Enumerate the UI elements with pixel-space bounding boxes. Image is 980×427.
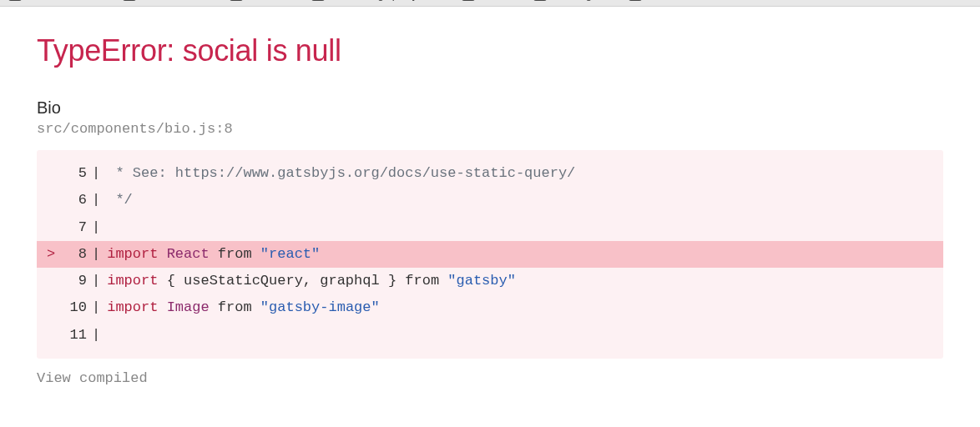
line-caret xyxy=(47,322,60,349)
line-separator: | xyxy=(87,268,107,294)
code-line: 7| xyxy=(37,214,943,241)
bookmark-label: Tabulinguä xyxy=(552,0,604,1)
line-separator: | xyxy=(87,160,107,187)
line-separator: | xyxy=(87,214,107,241)
error-title: TypeError: social is null xyxy=(37,33,943,68)
bookmark-item[interactable]: rea… xyxy=(629,0,674,1)
bookmark-label: Introducing spaCy v… xyxy=(330,0,437,1)
line-number: 11 xyxy=(60,322,87,349)
line-code: import { useStaticQuery, graphql } from … xyxy=(107,268,516,294)
bookmark-icon xyxy=(533,0,547,1)
bookmark-icon xyxy=(629,0,642,1)
line-caret xyxy=(47,214,60,241)
line-number: 8 xyxy=(60,241,87,268)
bookmark-icon xyxy=(123,0,136,1)
component-name: Bio xyxy=(37,98,943,118)
line-separator: | xyxy=(87,322,107,349)
code-line: 11| xyxy=(37,322,943,349)
bookmark-item[interactable]: Tabulinguä xyxy=(533,0,604,1)
line-number: 9 xyxy=(60,268,87,294)
code-line: 10|import Image from "gatsby-image" xyxy=(37,294,943,321)
line-separator: | xyxy=(87,241,107,268)
bookmark-label: Kafka xyxy=(480,0,508,1)
bookmark-item[interactable]: Introducing spaCy v… xyxy=(311,0,437,1)
line-caret xyxy=(47,268,60,294)
line-caret xyxy=(47,187,60,214)
code-line: 6| */ xyxy=(37,187,943,214)
bookmark-icon xyxy=(462,0,475,1)
code-line: >8|import React from "react" xyxy=(37,241,943,268)
line-caret xyxy=(47,160,60,187)
bookmark-icon xyxy=(311,0,325,1)
bookmark-item[interactable]: …uild Good … xyxy=(8,0,98,1)
bookmark-item[interactable]: Kafka xyxy=(462,0,508,1)
bookmark-item[interactable]: weather xyxy=(230,0,286,1)
line-caret xyxy=(47,294,60,321)
line-number: 6 xyxy=(60,187,87,214)
line-code: import React from "react" xyxy=(107,241,320,268)
view-compiled-link[interactable]: View compiled xyxy=(37,370,943,386)
line-separator: | xyxy=(87,187,107,214)
line-number: 5 xyxy=(60,160,87,187)
line-code: import Image from "gatsby-image" xyxy=(107,294,379,321)
line-number: 7 xyxy=(60,214,87,241)
line-code: */ xyxy=(107,187,133,214)
file-location: src/components/bio.js:8 xyxy=(37,121,943,137)
bookmarks-bar: …uild Good … The Gradient weather Introd… xyxy=(0,0,980,7)
bookmark-label: The Gradient xyxy=(141,0,205,1)
bookmark-label: rea… xyxy=(647,0,674,1)
bookmark-label: …uild Good … xyxy=(27,0,98,1)
line-separator: | xyxy=(87,294,107,321)
code-frame: 5| * See: https://www.gatsbyjs.org/docs/… xyxy=(37,150,943,359)
bookmark-item[interactable]: The Gradient xyxy=(123,0,205,1)
bookmark-icon xyxy=(230,0,243,1)
line-caret: > xyxy=(47,241,60,268)
bookmark-label: weather xyxy=(248,0,286,1)
line-code: * See: https://www.gatsbyjs.org/docs/use… xyxy=(107,160,575,187)
line-number: 10 xyxy=(60,294,87,321)
bookmark-icon xyxy=(8,0,22,1)
error-overlay: TypeError: social is null Bio src/compon… xyxy=(0,7,980,386)
code-line: 5| * See: https://www.gatsbyjs.org/docs/… xyxy=(37,160,943,187)
code-line: 9|import { useStaticQuery, graphql } fro… xyxy=(37,268,943,294)
